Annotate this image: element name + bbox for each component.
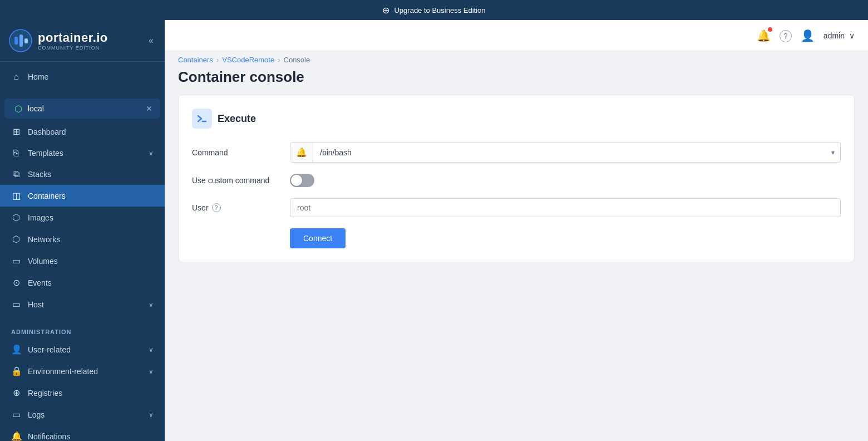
sidebar-item-templates[interactable]: ⎘ Templates ∨ <box>0 143 165 164</box>
sidebar-nav-top: ⌂ Home <box>0 62 165 92</box>
sidebar-item-host-label: Host <box>28 300 142 309</box>
card-section-header: Execute <box>192 109 841 129</box>
sidebar-logo: portainer.io COMMUNITY EDITION « <box>0 20 165 62</box>
sidebar-item-volumes-label: Volumes <box>28 257 154 266</box>
sidebar-item-home[interactable]: ⌂ Home <box>0 66 165 87</box>
user-row: User ? <box>192 198 841 217</box>
environment-header[interactable]: ⬡ local ✕ <box>4 99 160 119</box>
content-area: 🔔 ? 👤 admin ∨ Containers › VSCodeRemote … <box>165 20 868 441</box>
registries-icon: ⊕ <box>11 388 21 398</box>
user-help-icon[interactable]: ? <box>212 203 221 212</box>
admin-section-title: Administration <box>0 320 165 339</box>
networks-icon: ⬡ <box>11 234 21 244</box>
sidebar-item-dashboard-label: Dashboard <box>28 128 154 136</box>
sidebar-item-images-label: Images <box>28 213 154 222</box>
command-label: Command <box>192 148 281 157</box>
breadcrumb-current: Console <box>284 56 310 64</box>
sidebar: portainer.io COMMUNITY EDITION « ⌂ Home … <box>0 20 165 441</box>
breadcrumb-vscoderemote[interactable]: VSCodeRemote <box>222 56 274 64</box>
command-control-wrap: 🔔 /bin/bash /bin/sh /bin/ash ▾ <box>290 142 841 163</box>
admin-section: Administration 👤 User-related ∨ 🔒 Enviro… <box>0 320 165 441</box>
use-custom-command-label: Use custom command <box>192 176 281 185</box>
sidebar-item-user-related[interactable]: 👤 User-related ∨ <box>0 339 165 360</box>
breadcrumb: Containers › VSCodeRemote › Console <box>165 51 868 64</box>
header: 🔔 ? 👤 admin ∨ <box>165 20 868 51</box>
execute-icon <box>192 109 212 129</box>
upgrade-banner[interactable]: ⊕ Upgrade to Business Edition <box>0 0 868 20</box>
sidebar-item-volumes[interactable]: ▭ Volumes <box>0 250 165 272</box>
environment-related-arrow-icon: ∨ <box>149 367 154 375</box>
connect-button[interactable]: Connect <box>290 228 346 248</box>
sidebar-item-environment-related[interactable]: 🔒 Environment-related ∨ <box>0 360 165 382</box>
sidebar-item-events[interactable]: ⊙ Events <box>0 272 165 293</box>
user-profile-icon: 👤 <box>801 29 815 42</box>
use-custom-toggle[interactable] <box>290 174 314 187</box>
sidebar-item-environment-related-label: Environment-related <box>28 367 142 376</box>
sidebar-nav-env: ⊞ Dashboard ⎘ Templates ∨ ⧉ Stacks ◫ Con… <box>0 121 165 315</box>
console-card: Execute Command 🔔 /bin/bash /bin/sh /bin… <box>178 95 855 262</box>
sidebar-item-notifications[interactable]: 🔔 Notifications <box>0 425 165 441</box>
events-icon: ⊙ <box>11 277 21 288</box>
user-related-icon: 👤 <box>11 344 21 355</box>
notification-bell-button[interactable]: 🔔 <box>757 29 771 42</box>
sidebar-item-logs[interactable]: ▭ Logs ∨ <box>0 404 165 425</box>
sidebar-item-stacks[interactable]: ⧉ Stacks <box>0 164 165 185</box>
sidebar-item-templates-label: Templates <box>28 149 142 158</box>
sidebar-item-registries[interactable]: ⊕ Registries <box>0 382 165 404</box>
notification-badge <box>768 27 772 32</box>
command-row: Command 🔔 /bin/bash /bin/sh /bin/ash ▾ <box>192 142 841 163</box>
main-content: Execute Command 🔔 /bin/bash /bin/sh /bin… <box>165 95 868 441</box>
sidebar-item-host[interactable]: ▭ Host ∨ <box>0 293 165 315</box>
user-label: User ? <box>192 203 281 212</box>
dashboard-icon: ⊞ <box>11 126 21 137</box>
toggle-knob <box>291 175 302 186</box>
breadcrumb-sep-1: › <box>216 56 219 64</box>
sidebar-item-images[interactable]: ⬡ Images <box>0 207 165 228</box>
use-custom-command-row: Use custom command <box>192 174 841 187</box>
command-select[interactable]: /bin/bash /bin/sh /bin/ash <box>313 144 826 161</box>
sidebar-item-dashboard[interactable]: ⊞ Dashboard <box>0 121 165 143</box>
svg-rect-2 <box>19 35 23 47</box>
volumes-icon: ▭ <box>11 256 21 266</box>
breadcrumb-containers[interactable]: Containers <box>178 56 213 64</box>
environment-name: local <box>28 104 44 113</box>
images-icon: ⬡ <box>11 212 21 223</box>
sidebar-item-networks[interactable]: ⬡ Networks <box>0 228 165 250</box>
templates-icon: ⎘ <box>11 148 21 158</box>
sidebar-item-containers-label: Containers <box>28 192 154 200</box>
logs-icon: ▭ <box>11 409 21 420</box>
command-select-arrow-icon: ▾ <box>826 144 840 161</box>
svg-rect-1 <box>14 37 18 45</box>
containers-icon: ◫ <box>11 190 21 201</box>
stacks-icon: ⧉ <box>11 169 21 179</box>
help-button[interactable]: ? <box>780 28 792 42</box>
templates-arrow-icon: ∨ <box>149 149 154 157</box>
page-title: Container console <box>165 64 868 95</box>
sidebar-item-notifications-label: Notifications <box>28 432 154 441</box>
logo-name: portainer.io <box>38 31 108 45</box>
use-custom-toggle-wrap <box>290 174 314 187</box>
sidebar-item-events-label: Events <box>28 278 154 287</box>
notifications-icon: 🔔 <box>11 431 21 441</box>
username: admin <box>823 31 845 40</box>
user-input[interactable] <box>290 198 841 217</box>
sidebar-item-registries-label: Registries <box>28 389 154 398</box>
sidebar-item-user-related-label: User-related <box>28 345 142 354</box>
sidebar-item-stacks-label: Stacks <box>28 170 154 179</box>
environment-icon: ⬡ <box>13 104 23 114</box>
user-menu[interactable]: admin ∨ <box>823 31 855 40</box>
command-bell-icon: 🔔 <box>290 143 313 162</box>
header-right: 🔔 ? 👤 admin ∨ <box>757 28 855 42</box>
upgrade-icon: ⊕ <box>382 5 389 16</box>
breadcrumb-sep-2: › <box>278 56 280 64</box>
user-related-arrow-icon: ∨ <box>149 346 154 354</box>
logo-edition: COMMUNITY EDITION <box>38 45 108 51</box>
sidebar-collapse-button[interactable]: « <box>146 33 156 48</box>
environment-close-button[interactable]: ✕ <box>145 103 154 114</box>
svg-rect-3 <box>24 38 28 43</box>
sidebar-item-networks-label: Networks <box>28 235 154 244</box>
sidebar-item-logs-label: Logs <box>28 410 142 419</box>
logs-arrow-icon: ∨ <box>149 411 154 419</box>
host-icon: ▭ <box>11 299 21 310</box>
sidebar-item-containers[interactable]: ◫ Containers <box>0 185 165 207</box>
